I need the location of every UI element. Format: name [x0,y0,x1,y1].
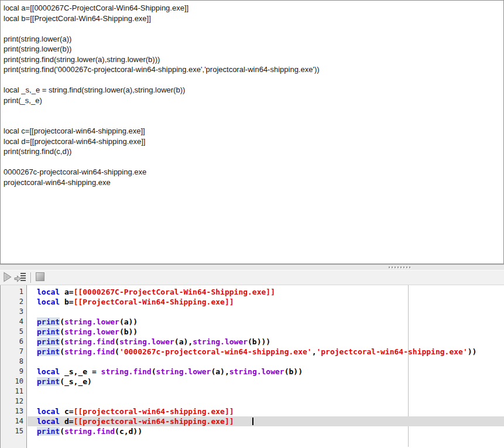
line-number: 7 [1,347,26,357]
code-line[interactable]: print(_s,_e) [28,377,504,387]
token-lib: string.lower [64,317,119,326]
code-line[interactable] [28,307,504,317]
token-lib: string.find [64,347,115,356]
token-pl: (_s,_e) [60,377,92,386]
stop-icon [35,272,45,283]
token-pl: (a), [174,337,193,346]
token-pl: ( [115,337,119,346]
line-number: 9 [1,367,26,377]
token-pl: c= [60,407,73,416]
token-fn: print [37,427,60,436]
token-pl: b= [60,297,73,306]
output-line: projectcoral-win64-shipping.exe [4,177,503,188]
code-area[interactable]: local a=[[0000267C-ProjectCoral-Win64-Sh… [28,285,504,448]
token-pl: a= [60,288,73,296]
token-pl: (b))) [248,337,270,346]
token-pl: )) [468,347,477,356]
output-line: local a=[[0000267C-ProjectCoral-Win64-Sh… [4,3,503,13]
token-pl [234,417,252,426]
code-line[interactable]: print(string.find(c,d)) [28,426,504,436]
output-line: print(string.find('0000267c-projectcoral… [4,64,503,75]
code-line[interactable]: local b=[[ProjectCoral-Win64-Shipping.ex… [28,297,504,307]
output-pane[interactable]: local a=[[0000267C-ProjectCoral-Win64-Sh… [0,0,504,264]
code-line[interactable]: local _s,_e = string.find(string.lower(a… [28,367,504,377]
output-line [4,105,503,116]
line-number: 1 [1,287,26,297]
toolbar-separator [30,272,31,283]
token-pl: (a)) [119,317,138,326]
play-icon [3,272,12,284]
code-line[interactable]: print(string.lower(a)) [28,317,504,327]
token-lib: string.lower [229,367,284,376]
token-lib: string.lower [119,337,174,346]
token-str: [[projectcoral-win64-shipping.exe]] [74,417,234,426]
token-pl: ( [60,327,64,336]
output-line: local d=[[projectcoral-win64-shipping.ex… [4,136,503,147]
line-number: 2 [1,297,26,307]
line-number: 6 [1,337,26,347]
text-caret [252,418,253,425]
line-number: 10 [1,377,26,387]
code-line[interactable]: print(string.find('0000267c-projectcoral… [28,347,504,357]
output-line: print(_s,_e) [4,95,503,106]
token-kw: local [37,297,60,306]
token-fn: print [37,327,60,336]
line-number: 3 [1,307,26,317]
step-into-icon [14,272,27,284]
code-line[interactable] [28,387,504,396]
token-lib: string.find [101,367,152,376]
token-lib: string.lower [193,337,248,346]
token-pl: (b)) [284,367,303,376]
token-lib: string.lower [156,367,211,376]
code-line[interactable]: print(string.lower(b)) [28,327,504,337]
token-pl: ( [60,317,64,326]
grip-dot [397,266,399,268]
output-line: 0000267c-projectcoral-win64-shipping.exe [4,167,503,177]
run-button[interactable] [1,271,14,284]
token-pl: ( [60,347,64,356]
token-pl: ( [60,427,64,436]
grip-dot [400,266,402,268]
code-line[interactable] [28,357,504,367]
token-pl: ( [115,347,119,356]
line-number: 12 [1,396,26,406]
code-line[interactable]: local a=[[0000267C-ProjectCoral-Win64-Sh… [28,287,504,297]
code-editor[interactable]: 123456789101112131415 local a=[[0000267C… [0,285,504,448]
grip-dot [409,266,410,268]
code-line[interactable] [28,396,504,406]
token-fn: print [37,347,60,356]
output-line: print(string.find(c,d)) [4,146,503,157]
token-kw: local [37,288,60,296]
step-button[interactable] [14,271,27,284]
token-kw: local [37,417,60,426]
token-pl: (c,d)) [115,427,142,436]
output-line: local b=[[ProjectCoral-Win64-Shipping.ex… [4,13,503,24]
output-line: print(string.lower(b)) [4,44,503,54]
output-line: local c=[[projectcoral-win64-shipping.ex… [4,126,503,136]
line-number: 5 [1,327,26,337]
token-pl: ( [60,337,64,346]
output-line: print(string.find(string.lower(a),string… [4,54,503,65]
token-fn: print [37,337,60,346]
token-str: [[0000267C-ProjectCoral-Win64-Shipping.e… [74,288,275,296]
line-number: 15 [1,426,26,436]
token-pl: ( [152,367,156,376]
grip-dot [392,266,393,268]
code-line[interactable]: local c=[[projectcoral-win64-shipping.ex… [28,406,504,416]
token-pl: d= [60,417,73,426]
line-number: 8 [1,357,26,367]
output-line: print(string.lower(a)) [4,34,503,45]
token-lib: string.find [64,337,115,346]
output-line [4,75,503,86]
grip-dot [389,266,390,268]
code-line[interactable]: print(string.find(string.lower(a),string… [28,337,504,347]
stop-button[interactable] [33,271,46,284]
grip-dot [406,266,407,268]
token-lib: string.lower [64,327,119,336]
token-pl: (b)) [119,327,138,336]
code-line[interactable]: local d=[[projectcoral-win64-shipping.ex… [28,416,504,426]
output-line [4,23,503,34]
debug-toolbar [0,271,504,285]
output-line [4,157,503,167]
pane-splitter[interactable] [0,264,504,271]
